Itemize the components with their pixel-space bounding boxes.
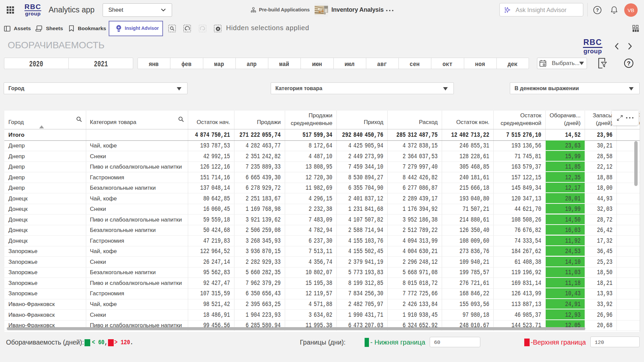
svg-text:?: ? bbox=[627, 60, 630, 67]
svg-text:?: ? bbox=[596, 7, 599, 13]
